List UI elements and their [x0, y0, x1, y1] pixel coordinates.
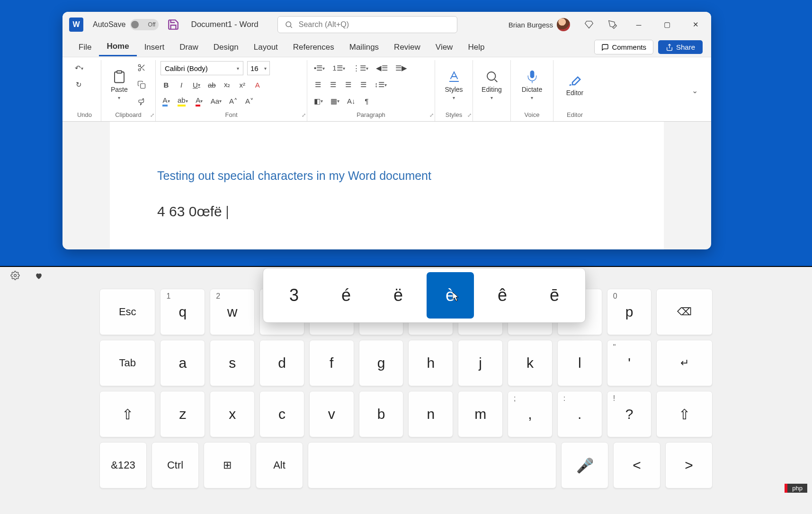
osk-key-↵[interactable]: ↵: [656, 340, 712, 386]
accent-option-e-circumflex[interactable]: ê: [479, 272, 526, 319]
osk-key-v[interactable]: v: [309, 391, 354, 437]
osk-key-b[interactable]: b: [359, 391, 404, 437]
align-right-button[interactable]: ☰: [342, 79, 354, 91]
save-icon[interactable]: [167, 18, 179, 31]
osk-key-<[interactable]: <: [613, 442, 660, 488]
italic-button[interactable]: I: [176, 79, 187, 91]
osk-key-j[interactable]: j: [458, 340, 503, 386]
tab-review[interactable]: Review: [386, 39, 428, 56]
justify-button[interactable]: ☰: [357, 79, 369, 91]
font-size-selector[interactable]: 16▾: [247, 61, 270, 75]
font-dialog-launcher[interactable]: ⤢: [302, 112, 306, 118]
diamond-icon[interactable]: [580, 15, 598, 34]
osk-key-🎤[interactable]: 🎤: [561, 442, 608, 488]
tab-file[interactable]: File: [71, 39, 99, 56]
search-box[interactable]: Search (Alt+Q): [277, 16, 457, 33]
grow-font-button[interactable]: A˄: [227, 95, 240, 107]
osk-key-n[interactable]: n: [408, 391, 453, 437]
accent-option-e-macron[interactable]: ē: [531, 272, 578, 319]
multilevel-button[interactable]: ⋮☰▾: [351, 62, 370, 74]
osk-key-⊞[interactable]: ⊞: [204, 442, 251, 488]
user-account[interactable]: Brian Burgess: [509, 18, 570, 31]
highlight-button[interactable]: ab▾: [176, 95, 190, 107]
clipboard-dialog-launcher[interactable]: ⤢: [150, 112, 154, 118]
tab-mailings[interactable]: Mailings: [342, 39, 386, 56]
tab-draw[interactable]: Draw: [172, 39, 206, 56]
show-marks-button[interactable]: ¶: [361, 95, 373, 107]
osk-key-⇧[interactable]: ⇧: [99, 391, 155, 437]
numbering-button[interactable]: 1☰▾: [330, 62, 347, 74]
osk-key-q[interactable]: 1q: [160, 289, 205, 335]
osk-key->[interactable]: >: [665, 442, 713, 488]
osk-clipboard-icon[interactable]: [34, 271, 44, 282]
paste-button[interactable]: Paste ▾: [106, 68, 133, 102]
tab-home[interactable]: Home: [99, 38, 136, 56]
osk-key-l[interactable]: l: [557, 340, 602, 386]
osk-key-'[interactable]: "': [607, 340, 652, 386]
accent-option-e-diaeresis[interactable]: ë: [375, 272, 422, 319]
styles-dialog-launcher[interactable]: ⤢: [467, 112, 472, 118]
osk-key-z[interactable]: z: [160, 391, 205, 437]
dictate-button[interactable]: Dictate ▾: [516, 60, 548, 109]
accent-option-3[interactable]: 3: [270, 272, 318, 319]
comments-button[interactable]: Comments: [594, 40, 653, 54]
shrink-font-button[interactable]: A˅: [243, 95, 256, 107]
osk-key-Tab[interactable]: Tab: [99, 340, 155, 386]
osk-settings-icon[interactable]: [10, 271, 20, 282]
styles-button[interactable]: Styles ▾: [440, 60, 468, 109]
osk-key-.[interactable]: :.: [557, 391, 602, 437]
osk-key-x[interactable]: x: [210, 391, 255, 437]
font-selector[interactable]: Calibri (Body)▾: [161, 61, 243, 75]
clear-format-button[interactable]: A: [252, 79, 263, 91]
editing-button[interactable]: Editing ▾: [478, 60, 506, 109]
share-button[interactable]: Share: [658, 40, 703, 54]
osk-key-Esc[interactable]: Esc: [99, 289, 155, 335]
borders-button[interactable]: ▦▾: [329, 95, 341, 107]
osk-key-⌫[interactable]: ⌫: [656, 289, 712, 335]
osk-key-c[interactable]: c: [259, 391, 304, 437]
tab-design[interactable]: Design: [206, 39, 246, 56]
repeat-button[interactable]: ↻: [73, 79, 84, 91]
osk-key-w[interactable]: 2w: [210, 289, 255, 335]
sort-button[interactable]: A↓: [345, 95, 357, 107]
tab-help[interactable]: Help: [460, 39, 492, 56]
osk-key-f[interactable]: f: [309, 340, 354, 386]
undo-button[interactable]: ↶▾: [73, 62, 85, 74]
cut-button[interactable]: [135, 62, 148, 74]
align-center-button[interactable]: ☰: [327, 79, 339, 91]
subscript-button[interactable]: x₂: [222, 79, 233, 91]
osk-key-Ctrl[interactable]: Ctrl: [152, 442, 199, 488]
text-effects-button[interactable]: A▾: [161, 95, 172, 107]
editor-button[interactable]: Editor: [558, 60, 591, 109]
copy-button[interactable]: [135, 79, 148, 91]
osk-key-&123[interactable]: &123: [99, 442, 147, 488]
minimize-button[interactable]: ─: [627, 15, 651, 34]
underline-button[interactable]: U▾: [191, 79, 202, 91]
decrease-indent-button[interactable]: ◀☰: [374, 62, 390, 74]
osk-key-h[interactable]: h: [408, 340, 453, 386]
osk-key-,[interactable]: ;,: [508, 391, 553, 437]
pen-icon[interactable]: [603, 15, 622, 34]
align-left-button[interactable]: ☰: [312, 79, 323, 91]
osk-key-g[interactable]: g: [359, 340, 404, 386]
close-button[interactable]: ✕: [684, 15, 707, 34]
change-case-button[interactable]: Aa▾: [209, 95, 223, 107]
autosave-toggle[interactable]: Off: [130, 19, 159, 30]
tab-view[interactable]: View: [428, 39, 461, 56]
accent-option-e-acute[interactable]: é: [322, 272, 370, 319]
bullets-button[interactable]: •☰▾: [312, 62, 327, 74]
shading-button[interactable]: ◧▾: [312, 95, 325, 107]
osk-key-?[interactable]: !?: [607, 391, 652, 437]
osk-key-d[interactable]: d: [259, 340, 304, 386]
superscript-button[interactable]: x²: [237, 79, 248, 91]
osk-key-Alt[interactable]: Alt: [256, 442, 303, 488]
tab-references[interactable]: References: [286, 39, 342, 56]
osk-key-k[interactable]: k: [508, 340, 553, 386]
osk-key-⇧[interactable]: ⇧: [656, 391, 712, 437]
paragraph-dialog-launcher[interactable]: ⤢: [429, 112, 434, 118]
collapse-ribbon-button[interactable]: ⌄: [684, 86, 705, 95]
format-painter-button[interactable]: [135, 96, 148, 108]
document-canvas[interactable]: Testing out special characters in my Wor…: [110, 122, 664, 249]
strikethrough-button[interactable]: ab: [206, 79, 218, 91]
osk-key-space[interactable]: [308, 442, 556, 488]
